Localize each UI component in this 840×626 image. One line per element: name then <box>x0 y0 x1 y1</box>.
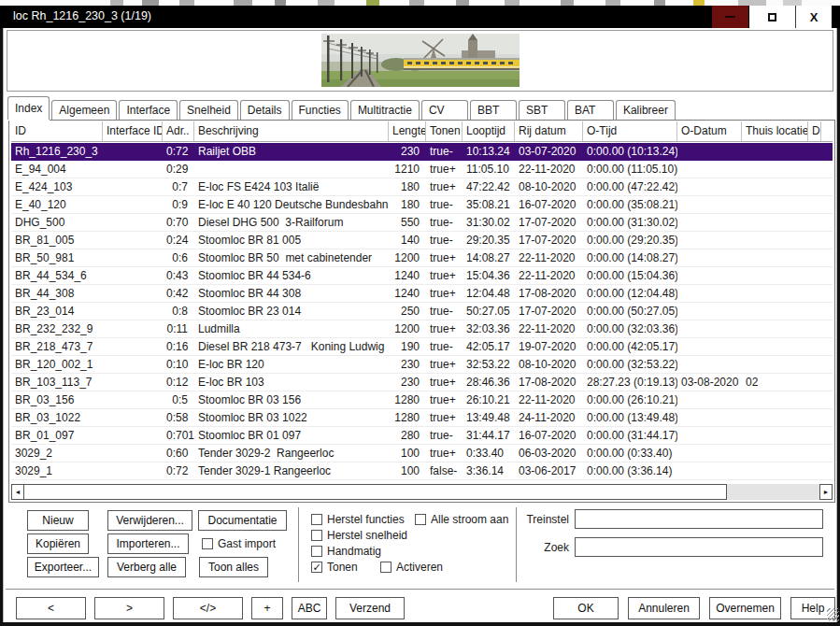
table-row[interactable]: 3029_10:72Tender 3029-1 Rangeerloc100fal… <box>11 462 833 480</box>
scrollbar-thumb[interactable] <box>24 484 727 500</box>
table-cell: 0:00.00 (14:08.27) <box>583 249 677 266</box>
tab-functies[interactable]: Functies <box>292 100 349 120</box>
table-cell: true- <box>426 232 463 249</box>
verberg-alle-button[interactable]: Verberg alle <box>107 557 186 577</box>
nieuw-button[interactable]: Nieuw <box>27 510 89 531</box>
column-header[interactable]: Looptijd <box>463 121 515 141</box>
column-header[interactable]: Interface ID <box>103 121 163 141</box>
table-row[interactable]: BR_120_002_10:10E-loc BR 120230true+32:5… <box>11 356 833 374</box>
tab-details[interactable]: Details <box>240 100 290 120</box>
table-cell <box>103 214 163 231</box>
column-header[interactable]: Thuis locatie <box>742 121 808 141</box>
tab-snelheid[interactable]: Snelheid <box>179 100 238 120</box>
table-cell: 0:16 <box>163 338 194 355</box>
table-cell: 0:60 <box>163 445 194 462</box>
window-bottom-border <box>0 622 840 626</box>
column-header[interactable]: O-Tijd <box>583 121 677 141</box>
column-header[interactable]: Rij datum <box>515 121 583 141</box>
tab-algemeen[interactable]: Algemeen <box>51 100 117 120</box>
column-header[interactable]: Tonen <box>426 121 463 141</box>
table-cell: 47:22.42 <box>463 178 515 195</box>
table-row[interactable]: E_424_1030:7E-loc FS E424 103 Italië180t… <box>11 178 833 196</box>
tab-sbt[interactable]: SBT <box>519 100 565 120</box>
handmatig-checkbox[interactable]: Handmatig <box>311 545 381 558</box>
overnemen-button[interactable]: Overnemen <box>709 597 781 619</box>
tab-kalibreer[interactable]: Kalibreer <box>616 100 676 120</box>
maximize-button[interactable] <box>749 6 796 28</box>
scrollbar-track[interactable] <box>727 484 819 500</box>
next-button[interactable]: > <box>94 597 164 619</box>
prev-button[interactable]: < <box>16 597 86 619</box>
importeren-button[interactable]: Importeren... <box>107 534 189 554</box>
documentatie-button[interactable]: Documentatie <box>198 510 287 531</box>
table-cell: 1280 <box>389 391 426 408</box>
table-cell: 0:00.00 (11:05.10) <box>583 161 677 178</box>
verzend-button[interactable]: Verzend <box>335 597 405 619</box>
maximize-icon <box>768 13 776 21</box>
table-cell <box>808 356 821 373</box>
tab-bat[interactable]: BAT <box>567 100 614 120</box>
tab-bbt[interactable]: BBT <box>470 100 517 120</box>
table-row[interactable]: 3029_20:60Tender 3029-2 Rangeerloc100tru… <box>11 445 833 462</box>
table-row[interactable]: BR_81_0050:24Stoomloc BR 81 005140true-2… <box>11 232 833 249</box>
kopieren-button[interactable]: Kopiëren <box>27 534 89 554</box>
ok-button[interactable]: OK <box>553 597 619 619</box>
table-cell: 35:08.21 <box>463 196 515 213</box>
table-cell: 0:8 <box>163 303 194 320</box>
table-cell <box>677 462 742 479</box>
table-row[interactable]: BR_50_9810:6Stoomloc BR 50 met cabineten… <box>11 249 833 267</box>
column-header[interactable]: O-Datum <box>677 121 742 141</box>
scroll-left-button[interactable]: ◄ <box>11 484 24 500</box>
table-row[interactable]: E_94_0040:291210true+11:05.1022-11-20200… <box>11 161 833 178</box>
resize-grip[interactable] <box>827 608 839 621</box>
table-row[interactable]: BR_03_10220:58Stoomloc BR 03 10221280tru… <box>11 409 833 427</box>
gast-import-checkbox[interactable]: Gast import <box>202 537 276 550</box>
table-row[interactable]: DHG_5000:70Diesel DHG 500 3-Railforum550… <box>11 214 833 232</box>
close-button[interactable]: X <box>796 6 832 28</box>
column-header[interactable]: Adr.. <box>163 121 194 141</box>
tab-cv[interactable]: CV <box>421 100 468 120</box>
table-row[interactable]: BR_44_3080:42Stoomloc BR 44 3081240true+… <box>11 285 833 303</box>
zoek-input[interactable] <box>575 537 823 557</box>
tab-multitractie[interactable]: Multitractie <box>350 100 420 120</box>
tonen-checkbox[interactable]: ✓Tonen <box>311 561 358 574</box>
table-row[interactable]: BR_44_534_60:43Stoomloc BR 44 534-61240t… <box>11 267 833 285</box>
prev-next-button[interactable]: </> <box>173 597 243 619</box>
table-row[interactable]: BR_103_113_70:12E-loc BR 103230true+28:4… <box>11 374 833 391</box>
exporteer-button[interactable]: Exporteer... <box>27 557 99 577</box>
activeren-checkbox[interactable]: Activeren <box>380 561 443 574</box>
plus-button[interactable]: + <box>251 597 283 619</box>
tab-index[interactable]: Index <box>7 96 50 120</box>
tab-interface[interactable]: Interface <box>119 100 178 120</box>
verwijderen-button[interactable]: Verwijderen... <box>107 510 192 531</box>
table-row[interactable]: BR_218_473_70:16Diesel BR 218 473-7 Koni… <box>11 338 833 356</box>
table-cell: 3:36.14 <box>463 462 515 479</box>
minimize-button[interactable] <box>712 6 749 28</box>
table-cell: 32:53.22 <box>463 356 515 373</box>
table-cell: Stoomloc BR 01 097 <box>194 427 389 444</box>
table-row[interactable]: BR_01_0970:701Stoomloc BR 01 097280true-… <box>11 427 833 445</box>
column-header[interactable]: D <box>808 121 821 141</box>
table-row[interactable]: BR_232_232_90:11Ludmilla1200true+32:03.3… <box>11 320 833 338</box>
column-header[interactable]: ID <box>11 121 103 141</box>
herstel-snelheid-checkbox[interactable]: Herstel snelheid <box>311 529 407 542</box>
annuleren-button[interactable]: Annuleren <box>628 597 700 619</box>
abc-button[interactable]: ABC <box>292 597 327 619</box>
scroll-left-icon: ◄ <box>15 489 21 495</box>
table-row[interactable]: E_40_1200:9E-loc E 40 120 Deutsche Bunde… <box>11 196 833 214</box>
column-header[interactable]: Lengte <box>389 121 426 141</box>
scroll-right-button[interactable]: ► <box>819 484 833 500</box>
table-cell: Stoomloc BR 81 005 <box>194 232 389 249</box>
table-cell <box>677 285 742 302</box>
table-cell: 31:30.02 <box>463 214 515 231</box>
treinstel-input[interactable] <box>575 509 823 529</box>
table-row[interactable]: BR_23_0140:8Stoomloc BR 23 014250true-50… <box>11 303 833 320</box>
toon-alles-button[interactable]: Toon alles <box>199 557 268 577</box>
table-cell: 1200 <box>389 320 426 337</box>
table-cell: 17-08-2020 <box>515 374 583 391</box>
table-row[interactable]: BR_03_1560:5Stoomloc BR 03 1561280true+2… <box>11 391 833 409</box>
herstel-functies-checkbox[interactable]: Herstel functies <box>311 513 405 526</box>
horizontal-scrollbar[interactable]: ◄ ► <box>11 484 833 500</box>
column-header[interactable]: Beschrijving <box>194 121 389 141</box>
table-row[interactable]: Rh_1216_230_30:72Railjet OBB230true-10:1… <box>11 143 833 161</box>
